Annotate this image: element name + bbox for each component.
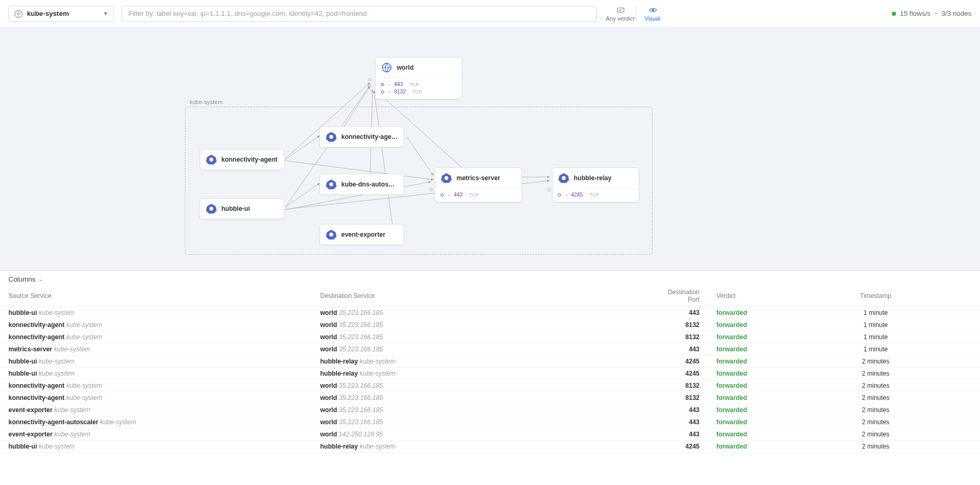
kubernetes-icon xyxy=(441,172,452,184)
connection-dot xyxy=(368,78,371,81)
verdict-icon xyxy=(616,6,624,14)
kubernetes-icon xyxy=(325,179,337,190)
svg-point-27 xyxy=(329,232,333,236)
visual-label: Visual xyxy=(645,15,660,22)
kubernetes-icon xyxy=(206,203,217,214)
table-row[interactable]: konnectivity-agent kube-systemworld 35.2… xyxy=(0,319,980,331)
node-ports: →443·TCP →8132·TCP xyxy=(376,78,462,99)
svg-point-3 xyxy=(652,9,654,11)
node-title: konnectivity-agent-autosc... xyxy=(341,133,398,141)
node-hubble-ui[interactable]: hubble-ui xyxy=(200,198,284,219)
table-row[interactable]: event-exporter kube-systemworld 142.250.… xyxy=(0,428,980,441)
flows-table-wrap[interactable]: Source Service Destination Service Desti… xyxy=(0,285,980,485)
columns-toggle[interactable]: Columns ⌄ xyxy=(0,271,980,285)
node-konnectivity-agent-autoscaler[interactable]: konnectivity-agent-autosc... xyxy=(320,126,404,147)
svg-point-25 xyxy=(209,207,213,210)
th-verdict[interactable]: Verdict xyxy=(708,285,771,307)
mode-toggle: Any verdict Visual xyxy=(604,2,668,25)
kubernetes-icon xyxy=(14,10,23,18)
node-title: metrics-server xyxy=(456,174,500,182)
node-title: konnectivity-agent xyxy=(221,156,277,163)
svg-point-1 xyxy=(17,13,20,15)
any-verdict-button[interactable]: Any verdict xyxy=(604,2,636,25)
node-title: world xyxy=(397,64,414,71)
th-source[interactable]: Source Service xyxy=(0,285,312,307)
chevron-down-icon: ▼ xyxy=(103,11,108,16)
kubernetes-icon xyxy=(325,229,337,240)
th-port[interactable]: Destination Port xyxy=(655,285,708,307)
svg-point-19 xyxy=(209,157,213,161)
status-nodes: 3/3 nodes xyxy=(941,10,972,17)
node-title: hubble-relay xyxy=(574,174,611,182)
table-row[interactable]: konnectivity-agent kube-systemworld 35.2… xyxy=(0,392,980,404)
visual-button[interactable]: Visual xyxy=(637,2,668,25)
table-row[interactable]: konnectivity-agent kube-systemworld 35.2… xyxy=(0,380,980,392)
node-event-exporter[interactable]: event-exporter xyxy=(320,224,404,245)
namespace-label: kube-system xyxy=(27,10,99,17)
table-header-row: Source Service Destination Service Desti… xyxy=(0,285,980,307)
th-timestamp[interactable]: Timestamp xyxy=(771,285,980,307)
columns-label: Columns xyxy=(8,275,35,283)
chevron-down-icon: ⌄ xyxy=(39,276,43,282)
connection-dot xyxy=(368,84,371,87)
flows-table: Source Service Destination Service Desti… xyxy=(0,285,980,453)
svg-point-23 xyxy=(329,182,333,186)
any-verdict-label: Any verdict xyxy=(606,15,634,22)
table-row[interactable]: konnectivity-agent kube-systemworld 35.2… xyxy=(0,331,980,343)
node-ports: →4245·TCP xyxy=(553,188,639,202)
world-icon xyxy=(381,62,393,73)
svg-point-21 xyxy=(329,135,333,138)
th-destination[interactable]: Destination Service xyxy=(312,285,655,307)
node-ports: →443·TCP xyxy=(435,188,521,202)
table-row[interactable]: hubble-ui kube-systemhubble-relay kube-s… xyxy=(0,441,980,453)
table-row[interactable]: hubble-ui kube-systemhubble-relay kube-s… xyxy=(0,356,980,368)
kubernetes-icon xyxy=(206,154,217,165)
table-row[interactable]: hubble-ui kube-systemworld 35.223.166.18… xyxy=(0,307,980,319)
svg-point-29 xyxy=(444,176,448,180)
eye-icon xyxy=(648,6,657,14)
node-world[interactable]: world →443·TCP →8132·TCP xyxy=(375,57,462,99)
node-title: event-exporter xyxy=(341,231,385,238)
table-row[interactable]: metrics-server kube-systemworld 35.223.1… xyxy=(0,343,980,356)
table-row[interactable]: event-exporter kube-systemworld 35.223.1… xyxy=(0,404,980,416)
namespace-selector[interactable]: kube-system ▼ xyxy=(8,6,114,22)
kubernetes-icon xyxy=(558,172,570,184)
node-title: kube-dns-autoscaler xyxy=(341,181,398,188)
status-bar: 15 flows/s • 3/3 nodes xyxy=(892,10,972,17)
table-row[interactable]: hubble-ui kube-systemhubble-relay kube-s… xyxy=(0,368,980,380)
status-dot-icon xyxy=(892,12,896,16)
topology-canvas[interactable]: world →443·TCP →8132·TCP kube-system kon… xyxy=(0,27,980,271)
node-kube-dns-autoscaler[interactable]: kube-dns-autoscaler xyxy=(320,174,404,195)
svg-marker-0 xyxy=(15,10,23,17)
kubernetes-icon xyxy=(325,131,337,143)
topbar: kube-system ▼ Any verdict Visual 15 flow… xyxy=(0,0,980,27)
node-metrics-server[interactable]: metrics-server →443·TCP xyxy=(435,167,522,202)
filter-input[interactable] xyxy=(122,6,597,22)
status-separator: • xyxy=(935,10,937,17)
node-konnectivity-agent[interactable]: konnectivity-agent xyxy=(200,149,284,170)
table-row[interactable]: konnectivity-agent-autoscaler kube-syste… xyxy=(0,416,980,428)
namespace-box-label: kube-system xyxy=(190,99,222,105)
status-flows: 15 flows/s xyxy=(900,10,931,17)
node-hubble-relay[interactable]: hubble-relay →4245·TCP xyxy=(552,167,639,202)
svg-point-31 xyxy=(562,176,565,180)
node-title: hubble-ui xyxy=(221,205,250,212)
flows-panel: Columns ⌄ Source Service Destination Ser… xyxy=(0,271,980,485)
